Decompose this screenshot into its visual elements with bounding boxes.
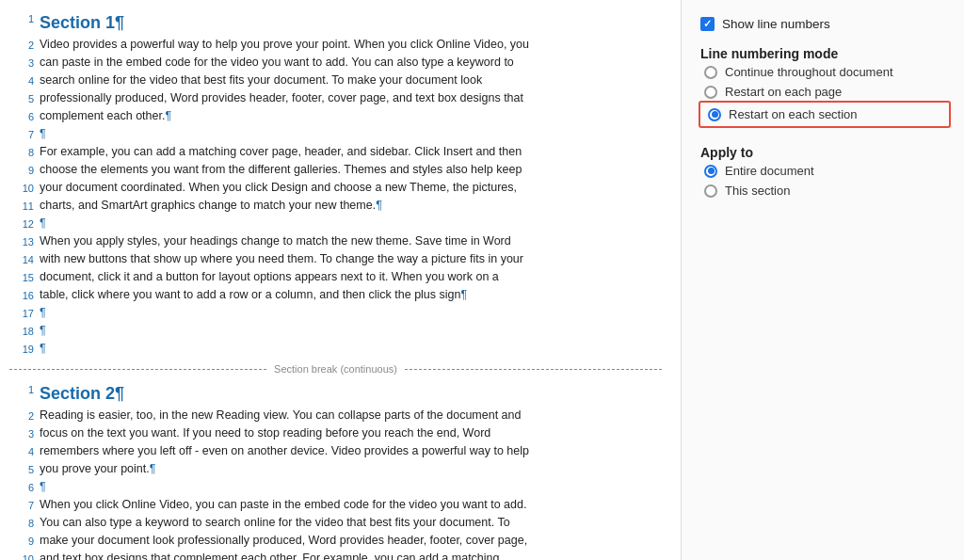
line-s1-4: 4 search online for the video that best … bbox=[13, 72, 662, 89]
line-s1-19: 19 ¶ bbox=[13, 340, 662, 358]
show-line-numbers-label: Show line numbers bbox=[722, 17, 830, 31]
apply-to-title: Apply to bbox=[700, 145, 945, 160]
section2-heading-line: 1 Section 2¶ bbox=[13, 380, 662, 407]
radio-continue[interactable] bbox=[704, 66, 717, 79]
line-s1-10: 10 your document coordinated. When you c… bbox=[13, 179, 662, 197]
option-restart-section[interactable]: Restart on each section bbox=[699, 101, 951, 128]
line-numbering-mode-title: Line numbering mode bbox=[700, 46, 945, 61]
line-numbering-mode-section: Line numbering mode Continue throughout … bbox=[700, 40, 945, 124]
line-s1-5: 5 professionally produced, Word provides… bbox=[13, 89, 662, 107]
show-line-numbers-row[interactable]: Show line numbers bbox=[700, 17, 945, 31]
line-s1-13: 13 When you apply styles, your headings … bbox=[13, 232, 662, 250]
line-s2-8: 8 You can also type a keyword to search … bbox=[13, 514, 662, 532]
radio-restart-page[interactable] bbox=[704, 86, 717, 99]
line-s2-4: 4 remembers where you left off - even on… bbox=[13, 442, 662, 460]
line-s2-7: 7 When you click Online Video, you can p… bbox=[13, 496, 662, 514]
option-this-section-label: This section bbox=[725, 184, 790, 198]
line-s1-7: 7 ¶ bbox=[13, 125, 662, 143]
line-s2-5: 5 you prove your point.¶ bbox=[13, 460, 662, 478]
option-continue[interactable]: Continue throughout document bbox=[704, 65, 945, 79]
line-s1-15: 15 document, click it and a button for l… bbox=[13, 268, 662, 286]
radio-entire-document[interactable] bbox=[704, 165, 717, 178]
option-restart-section-label: Restart on each section bbox=[729, 107, 858, 121]
option-this-section[interactable]: This section bbox=[704, 184, 945, 198]
line-num-s2-1: 1 bbox=[13, 380, 34, 398]
show-line-numbers-checkbox[interactable] bbox=[700, 17, 715, 31]
apply-to-section: Apply to Entire document This section bbox=[700, 139, 945, 198]
option-entire-document[interactable]: Entire document bbox=[704, 164, 945, 178]
option-restart-page[interactable]: Restart on each page bbox=[704, 85, 945, 99]
line-s1-16: 16 table, click where you want to add a … bbox=[13, 286, 662, 304]
line-s2-3: 3 focus on the text you want. If you nee… bbox=[13, 424, 662, 442]
section2-block: → 1 Section 2¶ 2 Reading is easier, too,… bbox=[9, 380, 662, 560]
option-restart-page-label: Restart on each page bbox=[725, 85, 842, 99]
line-s1-8: 8 For example, you can add a matching co… bbox=[13, 143, 662, 161]
line-s1-6: 6 complement each other.¶ bbox=[13, 107, 662, 125]
line-s2-6: 6 ¶ bbox=[13, 478, 662, 496]
section2-heading: Section 2¶ bbox=[40, 380, 662, 407]
line-s1-18: 18 ¶ bbox=[13, 322, 662, 340]
apply-to-radio-group: Entire document This section bbox=[704, 164, 945, 198]
line-s2-2: 2 Reading is easier, too, in the new Rea… bbox=[13, 407, 662, 424]
settings-panel: Show line numbers Line numbering mode Co… bbox=[682, 0, 964, 560]
radio-restart-section[interactable] bbox=[708, 108, 721, 121]
option-entire-document-label: Entire document bbox=[725, 164, 814, 178]
line-s1-11: 11 charts, and SmartArt graphics change … bbox=[13, 197, 662, 215]
section-break-label: Section break (continuous) bbox=[266, 363, 405, 375]
line-s1-2: 2 Video provides a powerful way to help … bbox=[13, 36, 662, 54]
line-s2-9: 9 make your document look professionally… bbox=[13, 532, 662, 550]
section1-block: → 1 Section 1¶ 2 Video provides a powerf… bbox=[9, 9, 662, 358]
line-s1-12: 12 ¶ bbox=[13, 215, 662, 232]
document-panel: → 1 Section 1¶ 2 Video provides a powerf… bbox=[0, 0, 682, 560]
line-num-s1-1: 1 bbox=[13, 9, 34, 27]
line-s1-9: 9 choose the elements you want from the … bbox=[13, 161, 662, 179]
line-s2-10: 10 and text box designs that complement … bbox=[13, 550, 662, 560]
section-break: Section break (continuous) bbox=[9, 363, 662, 375]
line-s1-14: 14 with new buttons that show up where y… bbox=[13, 250, 662, 268]
line-s1-17: 17 ¶ bbox=[13, 304, 662, 322]
line-s1-3: 3 can paste in the embed code for the vi… bbox=[13, 54, 662, 72]
option-continue-label: Continue throughout document bbox=[725, 65, 893, 79]
line-numbering-radio-group: Continue throughout document Restart on … bbox=[704, 65, 945, 124]
radio-this-section[interactable] bbox=[704, 184, 717, 198]
section1-heading: Section 1¶ bbox=[40, 9, 662, 36]
section1-heading-line: 1 Section 1¶ bbox=[13, 9, 662, 36]
